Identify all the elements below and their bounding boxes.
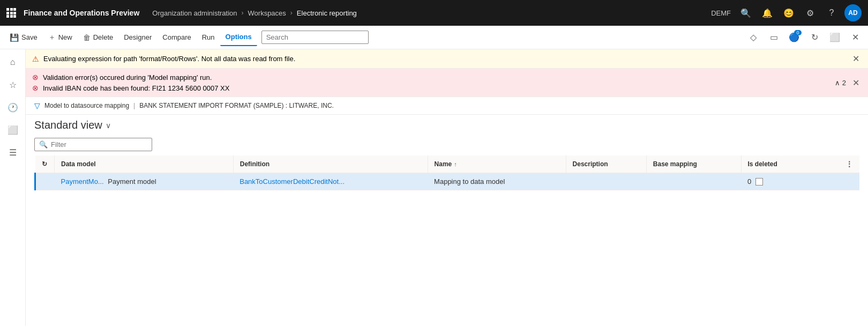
filter-input[interactable] — [51, 140, 147, 149]
sidebar-item-workspaces[interactable]: ⬜ — [2, 119, 24, 140]
sidebar-item-modules[interactable]: ☰ — [2, 142, 24, 163]
th-base-mapping: Base mapping — [646, 155, 741, 173]
notifications-icon[interactable]: 🔔 — [759, 4, 776, 21]
top-nav-right: DEMF 🔍 🔔 😊 ⚙ ? AD — [711, 4, 862, 21]
definition-link[interactable]: BankToCustomerDebitCreditNot... — [240, 177, 345, 186]
layout: ⌂ ☆ 🕐 ⬜ ☰ ⚠ Evaluating expression for pa… — [0, 49, 868, 326]
is-deleted-checkbox[interactable] — [755, 178, 763, 186]
data-model-short-link[interactable]: PaymentMo... — [61, 177, 104, 186]
save-button[interactable]: 💾 Save — [4, 29, 43, 46]
app-title: Finance and Operations Preview — [24, 9, 139, 17]
options-button[interactable]: Options — [220, 29, 257, 46]
breadcrumb-sep-1: › — [242, 9, 244, 17]
close-icon[interactable]: ✕ — [847, 29, 864, 46]
breadcrumb-workspaces[interactable]: Workspaces — [248, 9, 286, 17]
view-title-chevron-icon: ∨ — [106, 121, 111, 130]
th-definition: Definition — [233, 155, 428, 173]
compare-button[interactable]: Compare — [157, 29, 196, 46]
content-header: ▽ Model to datasource mapping | BANK STA… — [26, 97, 868, 115]
error2-text: Invalid IBAN code has been found: FI21 1… — [43, 84, 229, 92]
sidebar-item-favorites[interactable]: ☆ — [2, 74, 24, 95]
cmd-right-icons: ◇ ▭ 🔵 0 ↻ ⬜ ✕ — [745, 29, 864, 46]
sidebar-item-recent[interactable]: 🕐 — [2, 97, 24, 118]
td-base-mapping — [646, 173, 741, 190]
save-icon: 💾 — [10, 33, 19, 42]
warning-icon: ⚠ — [32, 55, 39, 63]
sort-asc-icon: ↑ — [454, 161, 457, 167]
td-is-deleted: 0 — [741, 173, 859, 190]
warning-text: Evaluating expression for path 'format/R… — [43, 55, 295, 63]
filter-row: 🔍 — [26, 136, 868, 155]
command-bar: 💾 Save ＋ New 🗑 Delete Designer Compare R… — [0, 26, 868, 49]
td-data-model: PaymentMo... Payment model — [55, 173, 234, 190]
breadcrumb-org[interactable]: Organization administration — [152, 9, 237, 17]
th-refresh[interactable]: ↻ — [35, 155, 55, 173]
view-title-row: Standard view ∨ — [26, 115, 868, 136]
warning-alert: ⚠ Evaluating expression for path 'format… — [26, 49, 868, 69]
table-row[interactable]: PaymentMo... Payment model BankToCustome… — [35, 173, 860, 190]
breadcrumb: Organization administration › Workspaces… — [152, 9, 711, 17]
help-icon[interactable]: ? — [823, 4, 840, 21]
mapping-path: Model to datasource mapping — [44, 102, 129, 109]
th-data-model: Data model — [55, 155, 234, 173]
command-search-input[interactable] — [261, 31, 369, 44]
data-table: ↻ Data model Definition Name ↑ — [34, 155, 859, 190]
td-row-indicator — [35, 173, 55, 190]
errors-close-button[interactable]: ✕ — [850, 78, 862, 88]
badge-count: 0 — [794, 30, 802, 35]
th-name[interactable]: Name ↑ — [428, 155, 566, 173]
new-icon: ＋ — [48, 33, 56, 42]
th-description: Description — [566, 155, 646, 173]
td-description — [566, 173, 646, 190]
data-model-full: Payment model — [108, 177, 156, 186]
new-button[interactable]: ＋ New — [43, 29, 78, 46]
error-alerts-container: ⊗ Validation error(s) occured during 'Mo… — [26, 69, 868, 97]
avatar[interactable]: AD — [844, 4, 862, 21]
sidebar: ⌂ ☆ 🕐 ⬜ ☰ — [0, 49, 26, 326]
error-count: ∧ 2 — [835, 79, 846, 87]
mapping-source: BANK STATEMENT IMPORT FORMAT (SAMPLE) : … — [139, 102, 334, 109]
waffle-menu[interactable] — [6, 8, 16, 18]
filter-icon[interactable]: ▽ — [34, 101, 40, 110]
panel-icon[interactable]: ▭ — [765, 29, 782, 46]
top-nav: Finance and Operations Preview Organizat… — [0, 0, 868, 26]
company-label: DEMF — [711, 9, 731, 17]
filter-search-icon: 🔍 — [39, 140, 48, 149]
feedback-icon[interactable]: 😊 — [780, 4, 797, 21]
th-is-deleted: Is deleted ⋮ — [741, 155, 859, 173]
table-header: ↻ Data model Definition Name ↑ — [35, 155, 860, 173]
table-container: ↻ Data model Definition Name ↑ — [26, 155, 868, 190]
main-content: ⚠ Evaluating expression for path 'format… — [26, 49, 868, 326]
badge-icon[interactable]: 🔵 0 — [785, 29, 803, 46]
sidebar-item-home[interactable]: ⌂ — [2, 51, 24, 73]
refresh-icon[interactable]: ↻ — [806, 29, 823, 46]
expand-icon[interactable]: ⬜ — [826, 29, 843, 46]
error1-icon: ⊗ — [32, 73, 39, 82]
mapping-separator: | — [133, 102, 135, 109]
settings-icon[interactable]: ⚙ — [802, 4, 819, 21]
td-definition: BankToCustomerDebitCreditNot... — [233, 173, 428, 190]
search-nav-icon[interactable]: 🔍 — [737, 4, 754, 21]
view-title[interactable]: Standard view ∨ — [34, 119, 859, 131]
error1-text: Validation error(s) occured during 'Mode… — [43, 73, 212, 82]
delete-button[interactable]: 🗑 Delete — [78, 29, 119, 46]
breadcrumb-sep-2: › — [290, 9, 293, 17]
designer-button[interactable]: Designer — [118, 29, 157, 46]
error2-icon: ⊗ — [32, 84, 39, 92]
delete-icon: 🗑 — [83, 33, 91, 42]
run-button[interactable]: Run — [197, 29, 220, 46]
is-deleted-count: 0 — [747, 177, 751, 186]
table-body: PaymentMo... Payment model BankToCustome… — [35, 173, 860, 190]
filter-input-container: 🔍 — [34, 138, 152, 151]
diamond-icon[interactable]: ◇ — [745, 29, 762, 46]
td-name: Mapping to data model — [428, 173, 566, 190]
breadcrumb-er[interactable]: Electronic reporting — [297, 9, 357, 17]
warning-close-button[interactable]: ✕ — [850, 54, 862, 64]
column-menu-icon[interactable]: ⋮ — [824, 160, 853, 168]
